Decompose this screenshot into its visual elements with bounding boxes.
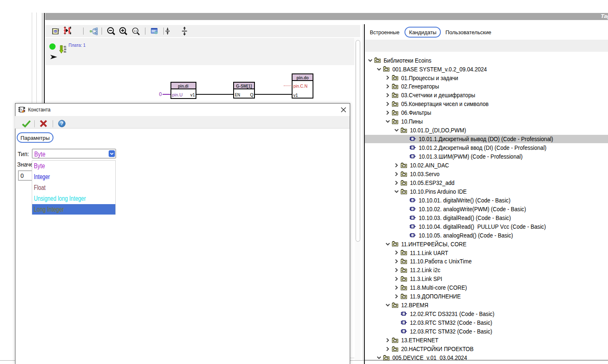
svg-text:?: ? [60,121,63,127]
svg-text:1:1: 1:1 [134,30,137,32]
svg-text:01: 01 [64,51,66,53]
